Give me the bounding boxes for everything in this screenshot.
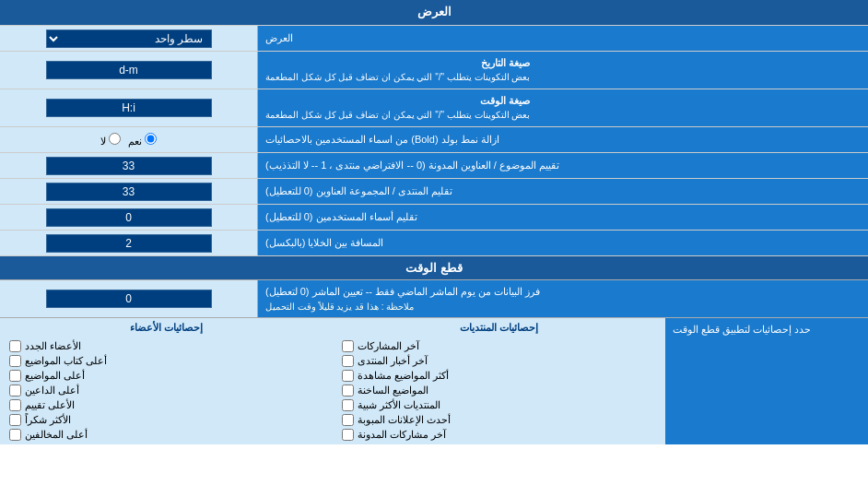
cell-spacing-row: المسافة بين الخلايا (بالبكسل) — [0, 231, 868, 256]
bold-stats-yes-radio[interactable] — [145, 133, 157, 145]
date-format-input-cell — [0, 52, 258, 89]
stat-top-topics-checkbox[interactable] — [9, 370, 21, 382]
topic-order-input-cell — [0, 153, 258, 178]
cell-spacing-label: المسافة بين الخلايا (بالبكسل) — [258, 231, 868, 255]
cutoff-input-cell — [0, 280, 258, 317]
stat-top-inviters: أعلى الداعين — [9, 385, 323, 396]
stat-top-violators: أعلى المخالفين — [9, 429, 323, 441]
date-format-label: صيغة التاريخ بعض التكوينات يتطلب "/" الت… — [258, 52, 868, 89]
stat-new-members: الأعضاء الجدد — [9, 340, 323, 352]
stats-limit-label: حدد إحصائيات لتطبيق قطع الوقت — [665, 318, 868, 444]
member-stats-col: إحصائيات الأعضاء الأعضاء الجدد أعلى كتاب… — [0, 318, 333, 444]
user-names-input[interactable] — [46, 208, 212, 227]
bold-stats-yes-label: نعم — [128, 133, 157, 148]
forum-stats-title: إحصائيات المنتديات — [342, 322, 656, 334]
stat-new-members-checkbox[interactable] — [9, 340, 21, 352]
stat-hot-topics-checkbox[interactable] — [342, 385, 354, 396]
stats-bottom-row: حدد إحصائيات لتطبيق قطع الوقت إحصائيات ا… — [0, 318, 868, 444]
cutoff-input[interactable] — [46, 290, 212, 308]
topic-order-row: تقييم الموضوع / العناوين المدونة (0 -- ا… — [0, 153, 868, 179]
stat-top-violators-checkbox[interactable] — [9, 429, 21, 441]
stat-blog-posts: آخر مشاركات المدونة — [342, 429, 656, 441]
cell-spacing-input-cell — [0, 231, 258, 255]
cutoff-label: فرز البيانات من يوم الماشر الماضي فقط --… — [258, 280, 868, 317]
stat-top-topic-writers: أعلى كتاب المواضيع — [9, 355, 323, 367]
user-names-row: تقليم أسماء المستخدمين (0 للتعطيل) — [0, 205, 868, 231]
display-type-label: display-type العرض — [258, 26, 868, 51]
display-type-input-cell: سطر واحد سطرين ثلاثة أسطر — [0, 26, 258, 51]
display-type-select[interactable]: سطر واحد سطرين ثلاثة أسطر — [46, 30, 212, 48]
date-format-input[interactable] — [46, 61, 212, 79]
forum-order-row: تقليم المنتدى / المجموعة العناوين (0 للت… — [0, 179, 868, 205]
stat-forum-news-checkbox[interactable] — [342, 355, 354, 367]
forum-order-input[interactable] — [46, 183, 212, 201]
display-type-row: display-type العرض سطر واحد سطرين ثلاثة … — [0, 26, 868, 52]
bold-stats-label: ازالة نمط بولد (Bold) من اسماء المستخدمي… — [258, 127, 868, 152]
stat-last-posts: آخر المشاركات — [342, 340, 656, 352]
main-container: العرض display-type العرض سطر واحد سطرين … — [0, 0, 868, 444]
date-format-row: صيغة التاريخ بعض التكوينات يتطلب "/" الت… — [0, 52, 868, 89]
time-format-input[interactable] — [46, 99, 212, 117]
time-format-row: صيغة الوقت بعض التكوينات يتطلب "/" التي … — [0, 89, 868, 127]
bold-stats-row: ازالة نمط بولد (Bold) من اسماء المستخدمي… — [0, 127, 868, 153]
stat-most-viewed: أكثر المواضيع مشاهدة — [342, 370, 656, 382]
stat-most-thanked-checkbox[interactable] — [9, 414, 21, 426]
forum-stats-col: إحصائيات المنتديات آخر المشاركات آخر أخب… — [333, 318, 665, 444]
forum-order-input-cell — [0, 179, 258, 204]
header-row: العرض — [0, 0, 868, 26]
topic-order-input[interactable] — [46, 157, 212, 175]
stat-highest-rated: الأعلى تقييم — [9, 399, 323, 411]
bold-stats-no-radio[interactable] — [109, 133, 121, 145]
cell-spacing-input[interactable] — [46, 234, 212, 253]
stat-similar-forums-checkbox[interactable] — [342, 399, 354, 411]
stat-hot-topics: المواضيع الساخنة — [342, 385, 656, 396]
stat-similar-forums: المنتديات الأكثر شبية — [342, 399, 656, 411]
stats-checkboxes-area: إحصائيات المنتديات آخر المشاركات آخر أخب… — [0, 318, 665, 444]
stat-most-viewed-checkbox[interactable] — [342, 370, 354, 382]
stat-top-inviters-checkbox[interactable] — [9, 385, 21, 396]
forum-order-label: تقليم المنتدى / المجموعة العناوين (0 للت… — [258, 179, 868, 204]
stat-highest-rated-checkbox[interactable] — [9, 399, 21, 411]
cutoff-section-header: قطع الوقت — [0, 256, 868, 280]
cutoff-row: فرز البيانات من يوم الماشر الماضي فقط --… — [0, 280, 868, 318]
topic-order-label: تقييم الموضوع / العناوين المدونة (0 -- ا… — [258, 153, 868, 178]
bold-stats-no-label: لا — [100, 133, 121, 148]
page-title: العرض — [0, 0, 868, 25]
user-names-label: تقليم أسماء المستخدمين (0 للتعطيل) — [258, 205, 868, 230]
time-format-label: صيغة الوقت بعض التكوينات يتطلب "/" التي … — [258, 89, 868, 126]
stat-latest-classifieds: أحدث الإعلانات المبوبة — [342, 414, 656, 426]
user-names-input-cell — [0, 205, 258, 230]
stat-top-topics: أعلى المواضيع — [9, 370, 323, 382]
stat-forum-news: آخر أخبار المنتدى — [342, 355, 656, 367]
time-format-input-cell — [0, 89, 258, 126]
stat-latest-classifieds-checkbox[interactable] — [342, 414, 354, 426]
stat-blog-posts-checkbox[interactable] — [342, 429, 354, 441]
stat-top-topic-writers-checkbox[interactable] — [9, 355, 21, 367]
member-stats-title: إحصائيات الأعضاء — [9, 322, 323, 334]
stat-last-posts-checkbox[interactable] — [342, 340, 354, 352]
bold-stats-radio-cell: نعم لا — [0, 127, 258, 152]
stat-most-thanked: الأكثر شكراً — [9, 414, 323, 426]
